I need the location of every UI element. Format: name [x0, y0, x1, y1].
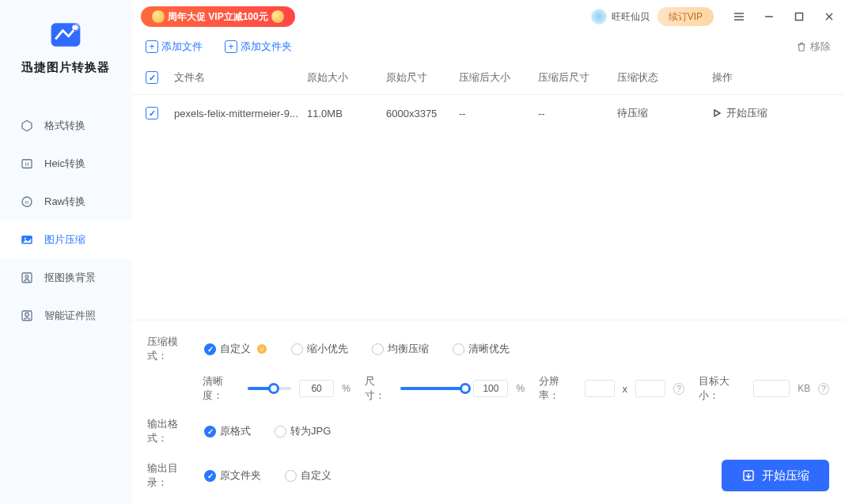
sidebar-item-label: 抠图换背景 — [44, 271, 96, 285]
export-icon — [741, 468, 756, 483]
row-action-label: 开始压缩 — [726, 106, 767, 120]
svg-point-12 — [25, 313, 29, 316]
svg-text:V: V — [260, 347, 264, 352]
output-dir-row: 输出目录： 原文件夹 自定义 开始压缩 — [147, 460, 829, 491]
dir-custom-radio[interactable]: 自定义 — [285, 468, 332, 483]
maximize-icon[interactable] — [793, 10, 805, 23]
resolution-w-input[interactable] — [585, 380, 615, 397]
sidebar-item-label: Raw转换 — [44, 195, 85, 209]
dir-label: 输出目录： — [147, 461, 195, 490]
cell-orig-dim: 6000x3375 — [386, 108, 459, 119]
cell-orig-size: 11.0MB — [307, 108, 386, 119]
cutout-icon — [19, 270, 35, 286]
clarity-slider[interactable] — [248, 387, 291, 390]
user-chip[interactable]: 旺旺仙贝 — [591, 9, 650, 25]
table-header: 文件名 原始大小 原始尺寸 压缩后大小 压缩后尺寸 压缩状态 操作 — [131, 61, 845, 95]
sidebar-item-bg[interactable]: 抠图换背景 — [0, 259, 131, 297]
mode-quality-radio[interactable]: 清晰优先 — [453, 342, 510, 356]
row-start-button[interactable]: 开始压缩 — [712, 106, 831, 120]
remove-button[interactable]: 移除 — [796, 40, 831, 54]
sidebar-item-compress[interactable]: 图片压缩 — [0, 221, 131, 259]
svg-text:H: H — [25, 161, 29, 167]
avatar-icon — [591, 9, 607, 25]
th-action: 操作 — [712, 70, 831, 85]
sidebar-item-label: 格式转换 — [44, 119, 85, 133]
cell-status: 待压缩 — [617, 106, 712, 120]
idphoto-icon — [19, 308, 35, 324]
th-orig-size: 原始大小 — [307, 70, 386, 85]
app-title: 迅捷图片转换器 — [21, 60, 110, 75]
target-label: 目标大小： — [699, 374, 745, 403]
mode-shrink-radio[interactable]: 缩小优先 — [291, 342, 348, 356]
fmt-jpg-radio[interactable]: 转为JPG — [275, 424, 331, 438]
heic-icon: H — [19, 156, 35, 172]
compress-mode-row: 压缩模式： 自定义V 缩小优先 均衡压缩 清晰优先 — [147, 335, 829, 363]
size-input[interactable] — [473, 380, 508, 397]
svg-marker-20 — [714, 110, 720, 116]
username: 旺旺仙贝 — [612, 10, 650, 24]
select-all-checkbox[interactable] — [146, 71, 158, 84]
add-folder-button[interactable]: + 添加文件夹 — [225, 40, 292, 54]
target-size-input[interactable] — [753, 380, 790, 397]
start-compress-button[interactable]: 开始压缩 — [722, 460, 829, 491]
resolution-h-input[interactable] — [635, 380, 665, 397]
sidebar-item-label: Heic转换 — [44, 157, 85, 171]
start-btn-label: 开始压缩 — [762, 468, 809, 483]
cell-name: pexels-felix-mittermeier-9... — [174, 108, 307, 119]
mode-balance-radio[interactable]: 均衡压缩 — [372, 342, 429, 356]
sidebar-item-idphoto[interactable]: 智能证件照 — [0, 297, 131, 335]
sidebar-item-label: 图片压缩 — [44, 233, 85, 247]
th-status: 压缩状态 — [617, 70, 712, 85]
plus-icon: + — [225, 40, 237, 53]
dir-orig-radio[interactable]: 原文件夹 — [204, 468, 261, 483]
hexagon-icon — [19, 118, 35, 134]
add-file-label: 添加文件 — [161, 40, 203, 54]
nav-list: 格式转换 H Heic转换 R Raw转换 图片压缩 抠图换背景 智能证件照 — [0, 107, 131, 335]
main-panel: 周年大促 VIP立减100元 旺旺仙贝 续订VIP + 添加文件 + — [131, 0, 845, 504]
remove-label: 移除 — [810, 40, 831, 54]
plus-icon: + — [146, 40, 158, 53]
minimize-icon[interactable] — [763, 10, 775, 23]
add-file-button[interactable]: + 添加文件 — [146, 40, 203, 54]
cell-comp-dim: -- — [538, 108, 617, 119]
svg-point-10 — [25, 275, 28, 279]
clarity-label: 清晰度： — [203, 374, 240, 403]
th-name: 文件名 — [174, 70, 307, 85]
svg-text:R: R — [25, 200, 29, 205]
trash-icon — [796, 41, 807, 52]
coin-icon — [271, 10, 284, 23]
toolbar: + 添加文件 + 添加文件夹 移除 — [131, 33, 845, 61]
mode-label: 压缩模式： — [147, 335, 195, 363]
th-comp-dim: 压缩后尺寸 — [538, 70, 617, 85]
play-icon — [712, 108, 722, 118]
fmt-label: 输出格式： — [147, 417, 195, 445]
titlebar: 周年大促 VIP立减100元 旺旺仙贝 续订VIP — [131, 0, 845, 33]
th-comp-size: 压缩后大小 — [459, 70, 538, 85]
vip-button[interactable]: 续订VIP — [657, 7, 714, 26]
cell-comp-size: -- — [459, 108, 538, 119]
help-icon[interactable]: ? — [818, 383, 829, 395]
sidebar-item-label: 智能证件照 — [44, 309, 96, 323]
settings-panel: 压缩模式： 自定义V 缩小优先 均衡压缩 清晰优先 清晰度： % 尺寸： % 分… — [131, 320, 845, 504]
promo-text: 周年大促 VIP立减100元 — [168, 10, 268, 24]
close-icon[interactable] — [823, 10, 836, 23]
help-icon[interactable]: ? — [673, 383, 684, 395]
sidebar-item-raw[interactable]: R Raw转换 — [0, 183, 131, 221]
mode-params-row: 清晰度： % 尺寸： % 分辨率： x ? 目标大小： KB ? — [203, 374, 829, 403]
output-format-row: 输出格式： 原格式 转为JPG — [147, 417, 829, 445]
resolution-label: 分辨率： — [539, 374, 576, 403]
sidebar-item-heic[interactable]: H Heic转换 — [0, 145, 131, 183]
menu-icon[interactable] — [733, 10, 745, 23]
add-folder-label: 添加文件夹 — [241, 40, 292, 54]
sidebar-item-format[interactable]: 格式转换 — [0, 107, 131, 145]
promo-banner[interactable]: 周年大促 VIP立减100元 — [141, 6, 295, 27]
fmt-orig-radio[interactable]: 原格式 — [204, 424, 251, 438]
mode-custom-radio[interactable]: 自定义V — [204, 342, 267, 356]
target-unit: KB — [798, 383, 810, 394]
clarity-input[interactable] — [299, 380, 334, 397]
size-slider[interactable] — [400, 387, 465, 390]
image-icon — [19, 232, 35, 248]
th-orig-dim: 原始尺寸 — [386, 70, 459, 85]
app-logo — [48, 17, 83, 52]
row-checkbox[interactable] — [146, 107, 158, 119]
